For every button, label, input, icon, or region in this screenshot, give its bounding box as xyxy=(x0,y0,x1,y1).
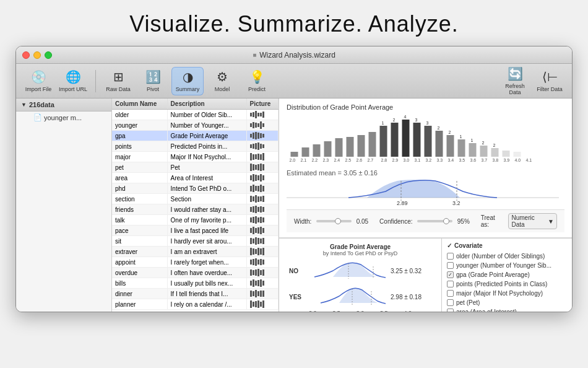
distribution-svg: 2.0 2.1 2.2 2.3 2.4 2.5 2.6 2.7 2.8 2.9 … xyxy=(287,113,564,163)
svg-text:1: 1 xyxy=(382,121,384,125)
table-row[interactable]: sitI hardly ever sit arou... xyxy=(112,236,279,247)
svg-text:2.5: 2.5 xyxy=(345,158,352,162)
refresh-label: Refresh Data xyxy=(499,83,531,95)
col-desc-cell: I rarely forget when... xyxy=(167,257,246,268)
svg-text:4.1: 4.1 xyxy=(526,158,532,162)
group-yes-stat: 2.98 ± 0.18 xyxy=(391,294,422,300)
checkmark-icon: ✓ xyxy=(447,242,452,249)
covariate-header: ✓ Covariate xyxy=(447,242,567,249)
pivot-icon: 🔢 xyxy=(145,69,161,84)
col-picture-cell xyxy=(246,268,278,278)
predict-button[interactable]: 💡 Predict xyxy=(241,67,273,95)
covariate-checkbox[interactable] xyxy=(447,271,454,278)
doc-icon: ■ xyxy=(253,51,256,58)
svg-text:2.1: 2.1 xyxy=(301,158,307,162)
covariate-checkbox[interactable] xyxy=(447,299,454,306)
svg-text:2.8: 2.8 xyxy=(381,158,387,162)
import-url-button[interactable]: 🌐 Import URL xyxy=(57,67,89,95)
dropdown-arrow-icon: ▼ xyxy=(548,218,554,225)
sidebar: ▼ 216data 📄 younger m... xyxy=(16,99,112,312)
group-row-no: NO 3.25 ± 0.32 xyxy=(289,261,431,280)
covariate-checkbox[interactable] xyxy=(447,309,454,312)
refresh-button[interactable]: 🔄 Refresh Data xyxy=(499,67,531,95)
col-name-cell: planner xyxy=(112,299,167,310)
col-desc-cell: Grade Point Average xyxy=(167,131,246,141)
col-picture-cell xyxy=(246,226,278,236)
table-row[interactable]: appointI rarely forget when... xyxy=(112,257,279,268)
col-desc-cell: Pet xyxy=(167,162,246,173)
col-name-cell: section xyxy=(112,194,167,204)
covariate-item[interactable]: major (Major If Not Psychology) xyxy=(447,289,567,298)
table-row[interactable]: dinnerIf I tell friends that I... xyxy=(112,289,279,299)
raw-data-label: Raw Data xyxy=(106,86,131,92)
covariate-item[interactable]: younger (Number of Younger Sib... xyxy=(447,261,567,270)
svg-rect-22 xyxy=(291,152,298,157)
covariate-checkbox[interactable] xyxy=(447,262,454,269)
col-name-cell: extraver xyxy=(112,247,167,257)
table-row[interactable]: areaArea of Interest xyxy=(112,173,279,183)
raw-data-button[interactable]: ⊞ Raw Data xyxy=(102,67,134,95)
covariate-label: older (Number of Older Siblings) xyxy=(456,253,545,260)
col-picture-cell xyxy=(246,236,278,247)
table-row[interactable]: paceI live a fast paced life xyxy=(112,226,279,236)
controls-bar: Width: 0.05 Confidence: 95% Treat as: Nu… xyxy=(287,209,564,232)
maximize-button[interactable] xyxy=(45,51,52,59)
col-name-cell: talk xyxy=(112,215,167,226)
col-name-cell: younger xyxy=(112,120,167,131)
col-desc-cell: Area of Interest xyxy=(167,173,246,183)
minimize-button[interactable] xyxy=(33,51,41,59)
table-icon: ⊞ xyxy=(113,69,124,84)
filter-button[interactable]: ⟨⊢ Filter Data xyxy=(534,67,566,95)
covariate-checkbox[interactable] xyxy=(447,253,454,260)
close-button[interactable] xyxy=(22,51,30,59)
sidebar-sub-item[interactable]: 📄 younger m... xyxy=(16,112,111,123)
covariate-item[interactable]: area (Area of Interest) xyxy=(447,307,567,312)
treat-select[interactable]: Numeric Data ▼ xyxy=(508,213,557,229)
table-row[interactable]: petPet xyxy=(112,162,279,173)
table-row[interactable]: talkOne of my favorite p... xyxy=(112,215,279,226)
col-picture-cell xyxy=(246,173,278,183)
table-row[interactable]: extraverI am an extravert xyxy=(112,247,279,257)
width-label: Width: xyxy=(294,218,311,225)
svg-rect-28 xyxy=(358,135,365,157)
table-row[interactable]: majorMajor If Not Psychol... xyxy=(112,152,279,162)
predict-label: Predict xyxy=(248,86,266,92)
covariate-item[interactable]: gpa (Grade Point Average) xyxy=(447,270,567,279)
svg-text:2.0: 2.0 xyxy=(290,158,296,162)
width-slider[interactable] xyxy=(316,220,351,222)
col-name-cell: bills xyxy=(112,278,167,289)
import-file-button[interactable]: 💿 Import File xyxy=(22,67,54,95)
table-row[interactable]: sectionSection xyxy=(112,194,279,204)
table-row[interactable]: billsI usually put bills nex... xyxy=(112,278,279,289)
col-name-cell: dinner xyxy=(112,289,167,299)
pivot-button[interactable]: 🔢 Pivot xyxy=(137,67,169,95)
svg-rect-26 xyxy=(335,138,343,157)
table-row[interactable]: pointsPredicted Points in... xyxy=(112,141,279,152)
table-row[interactable]: plannerI rely on a calendar /... xyxy=(112,299,279,310)
covariate-label: area (Area of Interest) xyxy=(456,309,517,312)
confidence-slider[interactable] xyxy=(417,220,452,222)
table-row[interactable]: gpaGrade Point Average xyxy=(112,131,279,141)
covariate-list: older (Number of Older Siblings)younger … xyxy=(447,252,567,312)
covariate-item[interactable]: points (Predicted Points in Class) xyxy=(447,279,567,289)
covariate-label: points (Predicted Points in Class) xyxy=(456,281,547,287)
sidebar-title[interactable]: 216data xyxy=(29,101,54,108)
covariate-item[interactable]: older (Number of Older Siblings) xyxy=(447,252,567,261)
svg-rect-25 xyxy=(324,141,332,157)
summary-button[interactable]: ◑ Summary xyxy=(171,67,204,95)
model-button[interactable]: ⚙ Model xyxy=(206,67,238,95)
svg-text:3.2: 3.2 xyxy=(452,200,460,206)
group-chart-title: Grade Point Average xyxy=(284,243,436,250)
covariate-checkbox[interactable] xyxy=(447,281,454,287)
table-row[interactable]: friendsI would rather stay a... xyxy=(112,204,279,215)
table-row[interactable]: phdIntend To Get PhD o... xyxy=(112,183,279,194)
toolbar: 💿 Import File 🌐 Import URL ⊞ Raw Data 🔢 … xyxy=(16,64,572,99)
covariate-checkbox[interactable] xyxy=(447,290,454,297)
table-row[interactable]: overdueI often have overdue... xyxy=(112,268,279,278)
table-row[interactable]: olderNumber of Older Sib... xyxy=(112,110,279,120)
bottom-panels: Grade Point Average by Intend To Get PhD… xyxy=(279,238,572,312)
svg-rect-40 xyxy=(491,148,499,157)
table-row[interactable]: youngerNumber of Younger... xyxy=(112,120,279,131)
col-name-cell: phd xyxy=(112,183,167,194)
covariate-item[interactable]: pet (Pet) xyxy=(447,298,567,307)
